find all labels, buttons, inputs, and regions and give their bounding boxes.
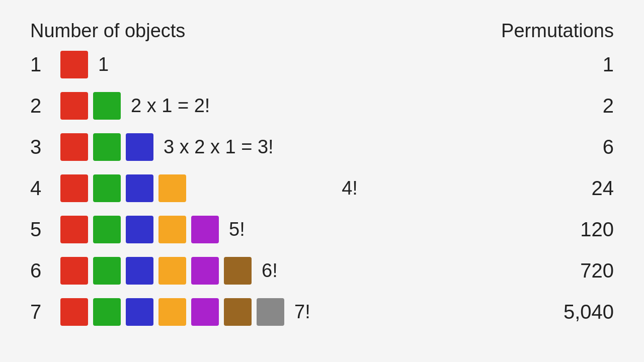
orange-square	[158, 216, 186, 243]
table-row: 66!720	[30, 253, 614, 288]
brown-square	[224, 257, 252, 285]
permutations-header: Permutations	[501, 20, 614, 42]
purple-square	[191, 298, 219, 326]
blue-square	[126, 174, 153, 202]
formula-text: 1	[98, 54, 109, 75]
formula-text: 7!	[294, 301, 310, 323]
permutation-value: 720	[513, 259, 614, 282]
row-number: 1	[30, 53, 60, 76]
blue-square	[126, 133, 153, 161]
color-squares	[60, 133, 153, 161]
red-square	[60, 51, 88, 78]
orange-square	[158, 298, 186, 326]
red-square	[60, 92, 88, 120]
green-square	[93, 216, 121, 243]
formula-text: 2 x 1 = 2!	[131, 95, 210, 117]
color-squares	[60, 257, 252, 285]
formula-text: 6!	[262, 260, 278, 282]
color-squares	[60, 174, 186, 202]
green-square	[93, 257, 121, 285]
green-square	[93, 133, 121, 161]
purple-square	[191, 257, 219, 285]
table-row: 77!5,040	[30, 294, 614, 329]
orange-square	[158, 257, 186, 285]
red-square	[60, 216, 88, 243]
row-number: 5	[30, 218, 60, 241]
purple-square	[191, 216, 219, 243]
green-square	[93, 298, 121, 326]
orange-square	[158, 174, 186, 202]
blue-square	[126, 298, 153, 326]
permutation-value: 120	[513, 218, 614, 241]
blue-square	[126, 257, 153, 285]
table-row: 111	[30, 47, 614, 82]
permutation-value: 1	[513, 53, 614, 76]
blue-square	[126, 216, 153, 243]
color-squares	[60, 216, 219, 243]
brown-square	[224, 298, 252, 326]
red-square	[60, 133, 88, 161]
red-square	[60, 257, 88, 285]
header-row: Number of objects Permutations	[30, 20, 614, 42]
row-number: 3	[30, 136, 60, 158]
red-square	[60, 298, 88, 326]
green-square	[93, 92, 121, 120]
table-row: 33 x 2 x 1 = 3!6	[30, 129, 614, 164]
color-squares	[60, 51, 88, 78]
permutation-value: 2	[513, 95, 614, 117]
formula-text: 3 x 2 x 1 = 3!	[164, 136, 274, 158]
table-row: 44!24	[30, 170, 614, 206]
formula-text: 4!	[342, 177, 358, 199]
color-squares	[60, 298, 284, 326]
green-square	[93, 174, 121, 202]
row-number: 6	[30, 259, 60, 282]
red-square	[60, 174, 88, 202]
permutation-value: 5,040	[513, 301, 614, 323]
objects-header: Number of objects	[30, 20, 185, 42]
row-number: 4	[30, 177, 60, 200]
rows-container: 11122 x 1 = 2!233 x 2 x 1 = 3!644!2455!1…	[30, 47, 614, 329]
main-container: Number of objects Permutations 11122 x 1…	[0, 0, 644, 362]
row-number: 2	[30, 95, 60, 117]
permutation-value: 24	[513, 177, 614, 200]
table-row: 22 x 1 = 2!2	[30, 88, 614, 123]
gray-square	[257, 298, 284, 326]
row-number: 7	[30, 301, 60, 323]
table-row: 55!120	[30, 212, 614, 247]
color-squares	[60, 92, 121, 120]
formula-text: 5!	[229, 219, 245, 240]
permutation-value: 6	[513, 136, 614, 158]
